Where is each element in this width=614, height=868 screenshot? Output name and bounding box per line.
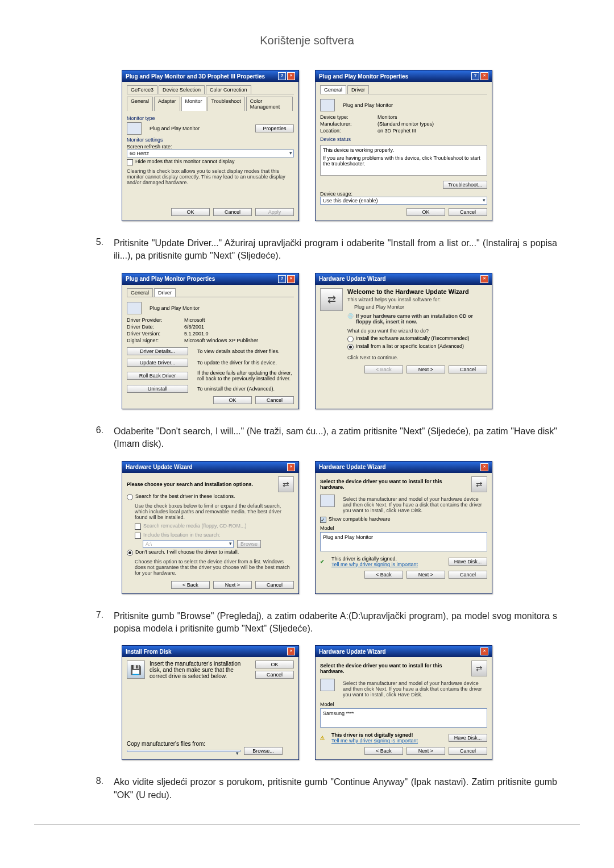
have-disk-button[interactable]: Have Disk... (449, 558, 487, 566)
update-driver-button[interactable]: Update Driver... (127, 359, 188, 367)
cancel-button[interactable]: Cancel (449, 571, 487, 579)
copy-from-label: Copy manufacturer's files from: (127, 741, 294, 747)
hide-modes-checkbox[interactable]: Hide modes that this monitor cannot disp… (127, 159, 294, 165)
driver-signing-link[interactable]: Tell me why driver signing is important (331, 738, 418, 744)
tab-driver[interactable]: Driver (347, 85, 369, 94)
roll-back-driver-button[interactable]: Roll Back Driver (127, 372, 188, 380)
step-8: 8. Ako vidite sljedeći prozor s porukom,… (34, 776, 580, 801)
dialog-monitor-3dprophet-properties: Plug and Play Monitor and 3D Prophet III… (122, 70, 299, 221)
cancel-button[interactable]: Cancel (449, 366, 487, 373)
close-icon[interactable]: × (480, 72, 488, 80)
dialog-title: Hardware Update Wizard (319, 649, 386, 655)
model-item[interactable]: Plug and Play Monitor (323, 534, 373, 540)
close-icon[interactable]: × (480, 275, 488, 283)
back-button[interactable]: < Back (364, 747, 403, 755)
update-driver-desc: To update the driver for this device. (197, 360, 294, 366)
radio-search-best-label: Search for the best driver in these loca… (135, 493, 235, 499)
cancel-button[interactable]: Cancel (449, 208, 487, 216)
close-icon[interactable]: × (287, 647, 295, 655)
tab-color-correction[interactable]: Color Correction (206, 85, 251, 94)
cancel-button[interactable]: Cancel (255, 396, 294, 404)
radio-search-best[interactable]: Search for the best driver in these loca… (127, 493, 294, 500)
manufacturer-value: (Standard monitor types) (377, 121, 487, 127)
uninstall-desc: To uninstall the driver (Advanced). (197, 386, 294, 392)
cancel-button[interactable]: Cancel (213, 208, 252, 216)
radio-dont-search[interactable]: Don't search. I will choose the driver t… (127, 549, 294, 556)
device-usage-select[interactable]: Use this device (enable) (320, 197, 487, 205)
browse-button[interactable]: Browse (237, 540, 261, 548)
tab-general[interactable]: General (127, 97, 153, 111)
wizard-device: Plug and Play Monitor (354, 304, 487, 310)
next-button[interactable]: Next > (213, 581, 252, 589)
driver-details-button[interactable]: Driver Details... (127, 347, 188, 355)
tab-monitor[interactable]: Monitor (181, 97, 206, 111)
driver-not-signed-text: This driver is not digitally signed! (331, 732, 413, 738)
ok-button[interactable]: OK (213, 396, 252, 404)
tab-driver[interactable]: Driver (154, 288, 176, 297)
checkbox-search-media[interactable]: Search removable media (floppy, CD-ROM..… (135, 523, 294, 530)
driver-signing-link[interactable]: Tell me why driver signing is important (331, 562, 418, 567)
refresh-rate-select[interactable]: 60 Hertz (127, 149, 294, 157)
driver-version-value: 5.1.2001.0 (184, 331, 294, 337)
dialog-hardware-update-wizard-welcome: Hardware Update Wizard × ⇄ Welcome to th… (315, 273, 492, 409)
cancel-button[interactable]: Cancel (449, 747, 487, 755)
close-icon[interactable]: × (287, 275, 295, 283)
model-item[interactable]: Samsung **** (323, 711, 354, 716)
model-listbox[interactable]: Plug and Play Monitor (320, 532, 487, 551)
apply-button[interactable]: Apply (255, 208, 294, 216)
dont-search-note: Choose this option to select the device … (135, 559, 294, 576)
location-select[interactable]: A:\ (143, 540, 234, 548)
help-icon[interactable]: ? (471, 72, 479, 80)
back-button[interactable]: < Back (171, 581, 210, 589)
properties-button[interactable]: Properties (255, 124, 294, 132)
checkbox-include-location[interactable]: Include this location in the search: (135, 532, 294, 539)
back-button[interactable]: < Back (364, 366, 403, 373)
monitor-type-value: Plug and Play Monitor (150, 126, 251, 131)
wizard-heading: Select the device driver you want to ins… (320, 663, 467, 674)
device-type-label: Device type: (320, 114, 374, 120)
model-listbox[interactable]: Samsung **** (320, 708, 487, 728)
checkbox-show-compatible[interactable]: ✓Show compatible hardware (320, 516, 487, 523)
tab-general[interactable]: General (320, 85, 346, 94)
checkbox-search-media-label: Search removable media (floppy, CD-ROM..… (143, 523, 246, 529)
monitor-icon (127, 122, 142, 135)
search-note: Use the check boxes below to limit or ex… (135, 503, 294, 520)
roll-back-driver-desc: If the device fails after updating the d… (197, 370, 294, 381)
close-icon[interactable]: × (480, 647, 488, 655)
help-icon[interactable]: ? (278, 275, 286, 283)
tab-adapter[interactable]: Adapter (154, 97, 180, 111)
browse-button[interactable]: Browse... (244, 747, 283, 755)
tab-color-management[interactable]: Color Management (246, 97, 293, 111)
next-button[interactable]: Next > (406, 571, 445, 579)
step-number: 7. (34, 610, 114, 620)
cd-hint: If your hardware came with an installati… (356, 313, 487, 325)
back-button[interactable]: < Back (364, 571, 403, 579)
have-disk-button[interactable]: Have Disk... (449, 734, 487, 742)
next-button[interactable]: Next > (406, 366, 445, 373)
device-status-label: Device status (320, 136, 487, 142)
copy-from-select[interactable] (127, 750, 240, 752)
device-type-value: Monitors (377, 114, 487, 120)
troubleshoot-button[interactable]: Troubleshoot... (443, 181, 487, 189)
close-icon[interactable]: × (480, 463, 488, 471)
cancel-button[interactable]: Cancel (255, 581, 294, 589)
ok-button[interactable]: OK (255, 661, 294, 668)
radio-install-list[interactable]: Install from a list or specific location… (347, 343, 487, 350)
radio-install-auto[interactable]: Install the software automatically (Reco… (347, 335, 487, 342)
ok-button[interactable]: OK (171, 208, 210, 216)
tab-geforce3[interactable]: GeForce3 (127, 85, 157, 94)
tab-troubleshoot[interactable]: Troubleshoot (208, 97, 245, 111)
help-icon[interactable]: ? (278, 72, 286, 80)
close-icon[interactable]: × (287, 72, 295, 80)
cd-icon: 💿 (347, 313, 354, 325)
ok-button[interactable]: OK (406, 208, 445, 216)
uninstall-button[interactable]: Uninstall (127, 385, 188, 393)
tab-general[interactable]: General (127, 288, 153, 297)
step-text: Pritisnite gumb "Browse" (Pregledaj), a … (114, 610, 557, 636)
driver-provider-label: Driver Provider: (127, 317, 181, 323)
cancel-button[interactable]: Cancel (255, 671, 294, 679)
next-button[interactable]: Next > (406, 747, 445, 755)
close-icon[interactable]: × (287, 463, 295, 471)
tab-device-selection[interactable]: Device Selection (159, 85, 205, 94)
digital-signer-label: Digital Signer: (127, 338, 181, 343)
